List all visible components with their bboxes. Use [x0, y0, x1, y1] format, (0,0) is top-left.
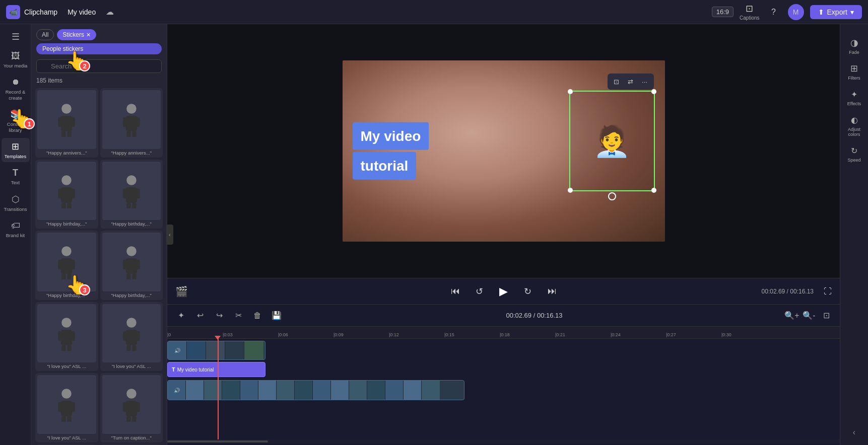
- right-panel-item-filters[interactable]: ⊞ Filters: [842, 60, 867, 84]
- help-button[interactable]: ?: [766, 4, 782, 20]
- sticker-label: "Happy annivers...": [102, 150, 161, 156]
- text-clip-label: My video tutorial: [177, 367, 214, 373]
- save-button[interactable]: 💾: [269, 308, 284, 323]
- search-input[interactable]: [36, 59, 162, 73]
- list-item[interactable]: "Happy annivers...": [35, 88, 98, 158]
- rewind-button[interactable]: ↺: [472, 283, 488, 300]
- svg-rect-52: [61, 416, 65, 422]
- resize-handle-tr[interactable]: [651, 89, 656, 94]
- resize-handle-br[interactable]: [651, 188, 656, 193]
- sidebar-item-your-media[interactable]: 🖼 Your media: [2, 47, 30, 71]
- skip-forward-button[interactable]: ⏭: [544, 283, 560, 300]
- list-item[interactable]: "I love you" ASL ...: [35, 302, 98, 372]
- video-title[interactable]: My video: [63, 7, 100, 17]
- panel-collapse-button[interactable]: ‹: [166, 225, 173, 245]
- redo-button[interactable]: ↪: [212, 308, 227, 323]
- aspect-ratio-badge[interactable]: 16:9: [712, 7, 733, 17]
- right-panel-item-effects[interactable]: ✦ Effects: [842, 86, 867, 109]
- fit-timeline-button[interactable]: ⊡: [819, 308, 834, 323]
- transitions-icon: ⬡: [10, 194, 21, 205]
- search-row: [31, 57, 167, 75]
- delete-button[interactable]: 🗑: [250, 308, 265, 323]
- list-item[interactable]: "Happy birthday,...": [35, 231, 98, 300]
- zoom-out-button[interactable]: 🔍-: [802, 308, 817, 323]
- right-panel-item-fade[interactable]: ◑ Fade: [842, 34, 867, 58]
- sidebar-item-templates[interactable]: ⊞ Templates: [2, 138, 30, 162]
- ruler-mark-27: |0:27: [666, 332, 676, 337]
- playhead[interactable]: [218, 339, 219, 439]
- video-text-line2[interactable]: tutorial: [353, 152, 417, 180]
- crop-button[interactable]: ⊡: [611, 76, 623, 88]
- zoom-in-button[interactable]: 🔍+: [784, 308, 799, 323]
- video-clip[interactable]: 🔊: [167, 341, 265, 360]
- right-panel-item-adjust-colors[interactable]: ◐ Adjust colors: [842, 111, 867, 140]
- list-item[interactable]: "Happy annivers...": [100, 88, 163, 158]
- captions-button[interactable]: ⊡ Captions: [740, 3, 759, 21]
- svg-rect-56: [123, 402, 128, 412]
- video-text-line1[interactable]: My video: [353, 122, 429, 150]
- list-item[interactable]: "I love you" ASL ...: [100, 302, 163, 372]
- account-button[interactable]: M: [788, 4, 804, 20]
- export-button[interactable]: ⬆ Export ▾: [810, 5, 862, 19]
- right-panel-collapse-button[interactable]: ‹: [849, 424, 859, 441]
- text-clip[interactable]: T My video tutorial: [167, 362, 265, 377]
- sidebar-item-text[interactable]: T Text: [2, 164, 30, 188]
- svg-rect-4: [61, 131, 65, 137]
- resize-handle-bl[interactable]: [568, 188, 573, 193]
- list-item[interactable]: "Happy birthday,...": [100, 160, 163, 229]
- timeline-scrollbar[interactable]: [167, 439, 840, 443]
- main-video-track[interactable]: 🔊: [167, 380, 464, 400]
- sidebar-item-transitions[interactable]: ⬡ Transitions: [2, 191, 30, 215]
- filter-stickers-chip[interactable]: Stickers ✕: [57, 29, 96, 40]
- svg-rect-35: [132, 274, 136, 279]
- sticker-thumbnail: [102, 304, 161, 363]
- fast-forward-button[interactable]: ↻: [520, 283, 536, 300]
- sticker-overlay[interactable]: ⊡ ⇄ ··· 🧑‍💼: [569, 91, 655, 191]
- thumb-cell: [240, 381, 258, 400]
- list-item[interactable]: "Happy birthday,...": [100, 231, 163, 300]
- people-stickers-tag[interactable]: People stickers: [36, 43, 162, 54]
- list-item[interactable]: "Turn on caption...": [100, 373, 163, 442]
- thumb-cell: [385, 381, 404, 400]
- hamburger-icon: ☰: [10, 31, 21, 42]
- skip-back-button[interactable]: ⏮: [447, 283, 463, 300]
- add-media-button[interactable]: 🎬: [175, 285, 188, 298]
- list-item[interactable]: "Happy birthday,...": [35, 160, 98, 229]
- sticker-grid: "Happy annivers..." "Happy annivers..." …: [31, 86, 167, 445]
- undo-button[interactable]: ↩: [192, 308, 208, 323]
- fullscreen-button[interactable]: ⛶: [824, 287, 832, 296]
- sticker-thumbnail: [37, 304, 96, 363]
- ruler-mark-3: |0:03: [223, 332, 233, 337]
- filter-all-chip[interactable]: All: [36, 29, 54, 40]
- thumb-cell: [258, 381, 277, 400]
- sidebar-item-record[interactable]: ⏺ Record & create: [2, 73, 30, 104]
- sticker-label: "I love you" ASL ...: [37, 435, 96, 440]
- rotate-handle[interactable]: [608, 192, 616, 200]
- list-item[interactable]: "I love you" ASL ...: [35, 373, 98, 442]
- svg-rect-33: [134, 260, 140, 270]
- sidebar-item-content-library[interactable]: 📚 Content library: [2, 106, 30, 136]
- sidebar-item-hamburger[interactable]: ☰: [2, 28, 30, 45]
- sticker-label: "Happy birthday,...": [37, 292, 96, 298]
- sidebar-item-brand-kit[interactable]: 🏷 Brand kit: [2, 217, 30, 241]
- svg-rect-39: [70, 331, 75, 341]
- svg-rect-51: [70, 402, 75, 412]
- app-name: Clipchamp: [24, 8, 57, 16]
- adjust-colors-icon: ◐: [849, 114, 860, 125]
- magic-tool-button[interactable]: ✦: [173, 308, 188, 323]
- right-panel-item-speed[interactable]: ↻ Speed: [842, 142, 867, 166]
- sidebar-label-transitions: Transitions: [4, 206, 27, 212]
- text-icon: T: [10, 167, 21, 178]
- svg-rect-2: [58, 117, 63, 127]
- svg-rect-15: [70, 189, 75, 199]
- play-button[interactable]: ▶: [496, 283, 512, 300]
- flip-button[interactable]: ⇄: [625, 76, 637, 88]
- resize-handle-tl[interactable]: [568, 89, 573, 94]
- sticker-thumbnail: [102, 90, 161, 149]
- more-options-button[interactable]: ···: [639, 76, 651, 88]
- cut-button[interactable]: ✂: [231, 308, 246, 323]
- scroll-thumb[interactable]: [167, 440, 268, 442]
- close-stickers-filter-icon[interactable]: ✕: [86, 32, 91, 38]
- sticker-figure: 🧑‍💼: [593, 123, 631, 159]
- items-count: 185 items: [31, 75, 167, 86]
